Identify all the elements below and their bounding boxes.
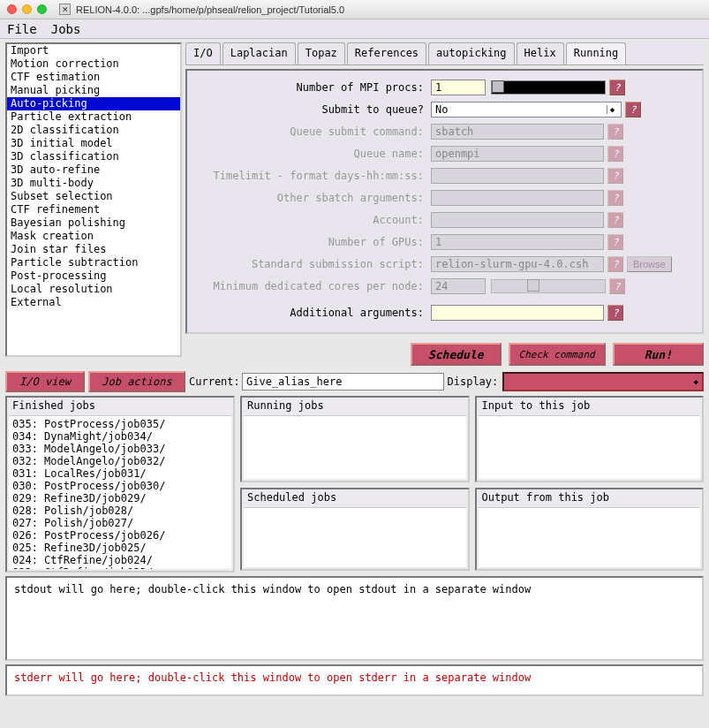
input-list[interactable]: [479, 415, 701, 479]
run-bar: Schedule Check command Run!: [185, 337, 704, 371]
list-item[interactable]: 033: ModelAngelo/job033/: [12, 443, 228, 455]
job-actions-button[interactable]: Job actions: [88, 371, 185, 392]
stdout-area[interactable]: stdout will go here; double-click this w…: [5, 576, 704, 661]
jobtype-item[interactable]: Local resolution: [7, 283, 180, 296]
help-icon: ?: [607, 124, 623, 140]
chevron-updown-icon: ◆: [694, 377, 698, 386]
maximize-icon[interactable]: [37, 4, 47, 14]
close-icon[interactable]: [7, 4, 17, 14]
menu-file[interactable]: File: [7, 22, 37, 36]
jobtype-item[interactable]: Motion correction: [7, 57, 180, 71]
mpi-slider[interactable]: [491, 80, 606, 95]
help-icon[interactable]: ?: [607, 305, 623, 321]
jobtype-item[interactable]: Particle extraction: [7, 110, 180, 124]
queue-label: Submit to queue?: [196, 103, 427, 116]
list-item[interactable]: 032: ModelAngelo/job032/: [12, 455, 228, 467]
qcmd-input: [431, 124, 604, 140]
acct-label: Account:: [196, 214, 427, 226]
jobtype-item[interactable]: 3D multi-body: [7, 177, 180, 190]
list-item[interactable]: 029: Refine3D/job029/: [12, 492, 228, 504]
running-jobs-list[interactable]: [244, 415, 466, 479]
output-header: Output from this job: [477, 489, 703, 505]
addl-input[interactable]: [431, 305, 604, 321]
help-icon: ?: [607, 234, 623, 250]
jobtype-item[interactable]: Post-processing: [7, 269, 180, 283]
jobtype-item[interactable]: CTF estimation: [7, 71, 180, 84]
qcmd-label: Queue submit command:: [196, 125, 427, 138]
help-icon[interactable]: ?: [609, 80, 625, 95]
tab-topaz[interactable]: Topaz: [298, 42, 345, 64]
jobtype-item[interactable]: Import: [7, 44, 180, 57]
tab-laplacian[interactable]: Laplacian: [223, 42, 296, 64]
tab-strip: I/OLaplacianTopazReferencesautopickingHe…: [185, 42, 704, 65]
jobtype-item[interactable]: 3D auto-refine: [7, 163, 180, 177]
running-jobs-panel: Running jobs: [240, 396, 470, 482]
help-icon[interactable]: ?: [625, 102, 641, 118]
finished-jobs-header: Finished jobs: [7, 398, 233, 413]
window-titlebar: ✕ RELION-4.0.0: ...gpfs/home/p/phseal/re…: [0, 0, 709, 19]
display-label: Display:: [448, 375, 499, 388]
menu-jobs[interactable]: Jobs: [51, 22, 81, 36]
jobtype-item[interactable]: Auto-picking: [7, 97, 180, 110]
tab-references[interactable]: References: [347, 42, 426, 64]
tab-running[interactable]: Running: [566, 42, 627, 64]
jobtype-item[interactable]: Subset selection: [7, 190, 180, 203]
output-list[interactable]: [479, 507, 701, 567]
schedule-button[interactable]: Schedule: [411, 343, 502, 366]
scheduled-jobs-list[interactable]: [244, 507, 466, 567]
help-icon: ?: [609, 278, 625, 294]
list-item[interactable]: 026: PostProcess/job026/: [12, 529, 228, 542]
ngpu-input: [431, 234, 604, 250]
jobtype-item[interactable]: 3D initial model: [7, 137, 180, 150]
jobtype-item[interactable]: Particle subtraction: [7, 256, 180, 269]
run-button[interactable]: Run!: [613, 343, 704, 366]
jobtype-list[interactable]: ImportMotion correctionCTF estimationMan…: [5, 42, 182, 357]
list-item[interactable]: 028: Polish/job028/: [12, 504, 228, 517]
display-select[interactable]: ◆: [502, 372, 705, 391]
list-item[interactable]: 027: Polish/job027/: [12, 517, 228, 529]
osargs-label: Other sbatch arguments:: [196, 192, 427, 204]
jobtype-item[interactable]: Manual picking: [7, 84, 180, 97]
tab-helix[interactable]: Helix: [517, 42, 564, 64]
jobtype-item[interactable]: 3D classification: [7, 150, 180, 163]
qname-input: [431, 146, 604, 162]
jobtype-item[interactable]: 2D classification: [7, 124, 180, 137]
cores-input: [431, 278, 486, 294]
scheduled-jobs-header: Scheduled jobs: [242, 489, 468, 505]
list-item[interactable]: 025: Refine3D/job025/: [12, 542, 228, 554]
jobtype-item[interactable]: CTF refinement: [7, 203, 180, 216]
mpi-label: Number of MPI procs:: [196, 81, 427, 94]
current-alias-input[interactable]: [242, 373, 444, 391]
list-item[interactable]: 023: CtfRefine/job023/: [12, 566, 228, 569]
check-command-button[interactable]: Check command: [509, 343, 606, 366]
chevron-updown-icon: ◆: [607, 105, 617, 114]
tab-io[interactable]: I/O: [185, 42, 221, 64]
menubar: File Jobs: [0, 19, 709, 39]
scheduled-jobs-panel: Scheduled jobs: [240, 488, 470, 571]
current-label: Current:: [189, 375, 238, 388]
io-view-button[interactable]: I/O view: [5, 371, 85, 392]
queue-select[interactable]: No◆: [431, 102, 622, 118]
cores-slider: [491, 279, 606, 293]
tlimit-label: Timelimit - format days-hh:mm:ss:: [196, 170, 427, 182]
input-panel: Input to this job: [475, 396, 705, 482]
x-close-icon[interactable]: ✕: [59, 4, 71, 15]
acct-input: [431, 212, 604, 228]
help-icon: ?: [607, 256, 623, 272]
list-item[interactable]: 030: PostProcess/job030/: [12, 480, 228, 492]
list-item[interactable]: 035: PostProcess/job035/: [12, 418, 228, 430]
script-input: [431, 256, 604, 272]
tab-autopicking[interactable]: autopicking: [428, 42, 514, 64]
qname-label: Queue name:: [196, 148, 427, 160]
list-item[interactable]: 031: LocalRes/job031/: [12, 467, 228, 480]
finished-jobs-list[interactable]: 035: PostProcess/job035/034: DynaMight/j…: [9, 415, 231, 569]
list-item[interactable]: 034: DynaMight/job034/: [12, 430, 228, 443]
jobtype-item[interactable]: Mask creation: [7, 230, 180, 243]
jobtype-item[interactable]: Join star files: [7, 243, 180, 256]
mpi-input[interactable]: [431, 80, 486, 95]
list-item[interactable]: 024: CtfRefine/job024/: [12, 554, 228, 566]
minimize-icon[interactable]: [22, 4, 32, 14]
jobtype-item[interactable]: External: [7, 296, 180, 309]
jobtype-item[interactable]: Bayesian polishing: [7, 216, 180, 230]
stderr-area[interactable]: stderr will go here; double-click this w…: [5, 664, 704, 696]
